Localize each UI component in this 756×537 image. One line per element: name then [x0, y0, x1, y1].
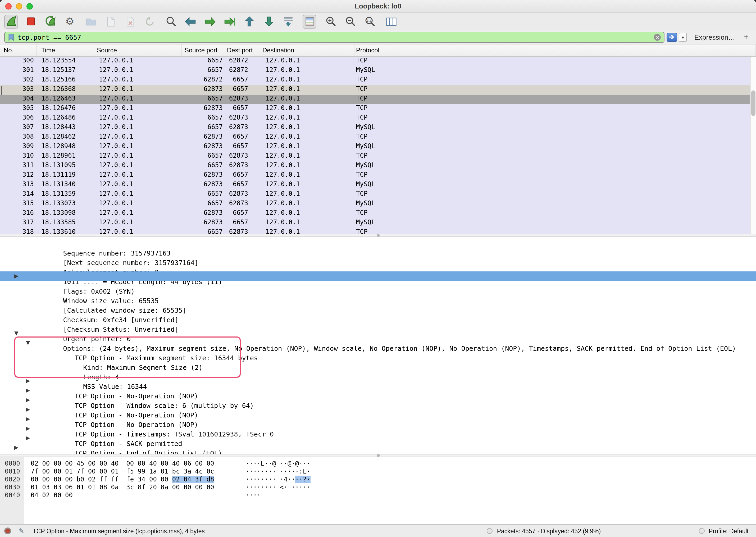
colorize-button[interactable]	[302, 15, 316, 28]
find-packet-button[interactable]	[164, 15, 178, 28]
filter-dropdown-button[interactable]: ▾	[679, 32, 687, 42]
splitter-handle-icon[interactable]	[377, 234, 379, 237]
clear-filter-icon[interactable]: ×	[654, 34, 661, 40]
expander-icon[interactable]: ▶	[26, 395, 30, 405]
packet-row[interactable]: 307 18.128443 127.0.0.1 6657 62873 127.0…	[0, 123, 756, 133]
column-header[interactable]: Source port	[182, 44, 225, 56]
detail-line[interactable]: ▶ TCP Option - No-Operation (NOP)	[0, 376, 756, 386]
detail-line[interactable]: Window size value: 65535	[0, 281, 756, 290]
hex-bytes[interactable]: 00 00 00 00 b0 02 ff ff fe 34 00 00 02 0…	[31, 475, 215, 483]
expander-icon[interactable]: ▼	[26, 338, 30, 348]
detail-line[interactable]: Urgent pointer: 0	[0, 319, 756, 329]
display-filter-field[interactable]: tcp.port == 6657 ×	[4, 31, 665, 43]
detail-line[interactable]: Length: 4	[0, 357, 756, 367]
close-window-button[interactable]	[5, 3, 12, 10]
hex-row[interactable]: 004004 02 00 00····	[0, 491, 756, 499]
detail-line[interactable]: ▶ TCP Option - Window scale: 6 (multiply…	[0, 386, 756, 395]
packet-row[interactable]: 303 18.126368 127.0.0.1 62873 6657 127.0…	[0, 85, 756, 95]
expander-icon[interactable]: ▶	[14, 271, 18, 281]
maximize-window-button[interactable]	[26, 3, 33, 10]
column-header[interactable]: Destination	[260, 44, 354, 56]
hex-ascii[interactable]: ····E··@ ··@·@···	[246, 460, 310, 467]
hex-bytes[interactable]: 04 02 00 00	[31, 491, 215, 499]
packet-row[interactable]: 310 18.128961 127.0.0.1 6657 62873 127.0…	[0, 152, 756, 161]
expander-icon[interactable]: ▶	[26, 433, 30, 443]
hex-bytes[interactable]: 7f 00 00 01 7f 00 00 01 f5 99 1a 01 bc 3…	[31, 468, 215, 475]
hex-row[interactable]: 00107f 00 00 01 7f 00 00 01 f5 99 1a 01 …	[0, 468, 756, 475]
detail-line[interactable]: Kind: Maximum Segment Size (2)	[0, 348, 756, 357]
hex-ascii[interactable]: ········ <· ·····	[246, 483, 310, 491]
expander-icon[interactable]: ▶	[26, 386, 30, 395]
resize-columns-button[interactable]	[384, 15, 398, 28]
detail-line[interactable]: Sequence number: 3157937163	[0, 237, 756, 243]
packet-row[interactable]: 316 18.133098 127.0.0.1 62873 6657 127.0…	[0, 209, 756, 219]
apply-filter-button[interactable]	[667, 32, 677, 42]
go-forward-button[interactable]	[203, 15, 217, 28]
detail-line[interactable]: [Checksum Status: Unverified]	[0, 310, 756, 319]
minimize-window-button[interactable]	[16, 3, 22, 10]
status-profile[interactable]: Profile: Default	[709, 528, 749, 534]
expander-icon[interactable]: ▶	[26, 405, 30, 414]
hex-ascii[interactable]: ········ ·4····?·	[246, 475, 310, 483]
auto-scroll-button[interactable]	[281, 15, 295, 28]
hex-bytes[interactable]: 01 03 03 06 01 01 08 0a 3c 8f 20 8a 00 0…	[31, 483, 215, 491]
hex-ascii[interactable]: ····	[246, 491, 261, 499]
go-back-button[interactable]	[183, 15, 197, 28]
packet-row[interactable]: 306 18.126486 127.0.0.1 6657 62873 127.0…	[0, 114, 756, 123]
packet-row[interactable]: 313 18.131340 127.0.0.1 62873 6657 127.0…	[0, 181, 756, 190]
detail-line[interactable]: ▶ [Timestamps]	[0, 443, 756, 452]
column-header[interactable]: Time	[37, 44, 95, 56]
start-capture-button[interactable]	[4, 15, 18, 28]
expander-icon[interactable]: ▼	[14, 329, 18, 338]
column-header[interactable]: Protocol	[354, 44, 756, 56]
filter-bookmark-icon[interactable]	[8, 33, 14, 41]
expander-icon[interactable]: ▶	[26, 376, 30, 386]
go-last-button[interactable]	[262, 15, 276, 28]
save-file-button[interactable]	[104, 15, 117, 28]
hex-row[interactable]: 000002 00 00 00 45 00 00 40 00 00 40 00 …	[0, 460, 756, 468]
close-file-button[interactable]	[123, 15, 137, 28]
packet-row[interactable]: 318 18.133610 127.0.0.1 6657 62873 127.0…	[0, 228, 756, 234]
detail-line[interactable]: ▶ Flags: 0x002 (SYN)	[0, 271, 756, 281]
open-file-button[interactable]	[84, 15, 98, 28]
splitter-handle-icon[interactable]	[377, 454, 379, 457]
expert-info-icon[interactable]	[4, 527, 11, 534]
display-filter-input[interactable]: tcp.port == 6657	[18, 33, 81, 41]
capture-comment-icon[interactable]: ✎	[19, 527, 24, 534]
detail-line[interactable]: ▼ TCP Option - Maximum segment size: 163…	[0, 338, 756, 348]
packet-list-scrollbar[interactable]	[750, 57, 756, 234]
detail-line[interactable]: ▶ TCP Option - No-Operation (NOP)	[0, 405, 756, 414]
detail-line[interactable]: ▶ TCP Option - SACK permitted	[0, 424, 756, 433]
packet-row[interactable]: 317 18.133585 127.0.0.1 62873 6657 127.0…	[0, 219, 756, 228]
packet-row[interactable]: 311 18.131095 127.0.0.1 6657 62873 127.0…	[0, 161, 756, 171]
detail-line[interactable]: [Next sequence number: 3157937164]	[0, 243, 756, 252]
packet-row[interactable]: 305 18.126476 127.0.0.1 62873 6657 127.0…	[0, 104, 756, 114]
restart-capture-button[interactable]	[43, 15, 57, 28]
detail-line[interactable]: Checksum: 0xfe34 [unverified]	[0, 300, 756, 310]
expander-icon[interactable]: ▶	[26, 414, 30, 424]
zoom-original-button[interactable]: 1:1	[363, 15, 377, 28]
packet-row[interactable]: 301 18.125137 127.0.0.1 6657 62872 127.0…	[0, 66, 756, 76]
detail-line[interactable]: 1011 .... = Header Length: 44 bytes (11)	[0, 262, 756, 271]
stop-capture-button[interactable]	[24, 15, 38, 28]
capture-options-button[interactable]: ⚙	[63, 15, 77, 28]
expression-button[interactable]: Expression…	[695, 33, 736, 41]
column-header[interactable]: Source	[95, 44, 182, 56]
zoom-out-button[interactable]	[343, 15, 357, 28]
pane-splitter[interactable]	[0, 454, 756, 457]
hex-row[interactable]: 003001 03 03 06 01 01 08 0a 3c 8f 20 8a …	[0, 483, 756, 491]
expander-icon[interactable]: ▶	[14, 443, 18, 452]
reload-file-button[interactable]	[143, 15, 157, 28]
scrollbar-thumb[interactable]	[751, 91, 755, 116]
pane-splitter[interactable]	[0, 234, 756, 237]
detail-line[interactable]: ▼ Options: (24 bytes), Maximum segment s…	[0, 329, 756, 338]
go-first-button[interactable]	[242, 15, 256, 28]
packet-row[interactable]: 315 18.133073 127.0.0.1 6657 62873 127.0…	[0, 199, 756, 209]
hex-row[interactable]: 002000 00 00 00 b0 02 ff ff fe 34 00 00 …	[0, 475, 756, 483]
hex-bytes[interactable]: 02 00 00 00 45 00 00 40 00 00 40 00 40 0…	[31, 460, 215, 467]
packet-row[interactable]: 304 18.126463 127.0.0.1 6657 62873 127.0…	[0, 95, 756, 104]
detail-line[interactable]: ▶ TCP Option - No-Operation (NOP)	[0, 395, 756, 405]
detail-line[interactable]: ▶ TCP Option - End of Option List (EOL)	[0, 433, 756, 443]
detail-line[interactable]: MSS Value: 16344	[0, 367, 756, 376]
packet-row[interactable]: 312 18.131119 127.0.0.1 62873 6657 127.0…	[0, 171, 756, 181]
